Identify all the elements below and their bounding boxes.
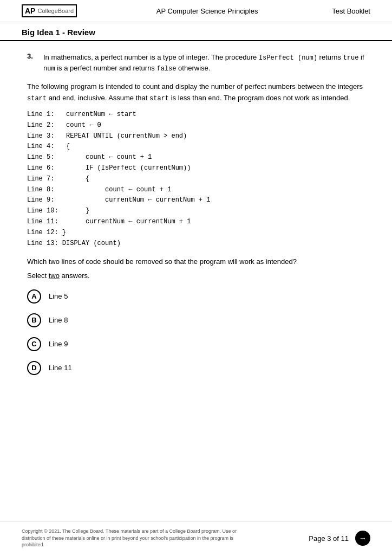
question-block: 3. In mathematics, a perfect number is a… xyxy=(27,52,365,74)
select-two-underline: two xyxy=(49,272,60,280)
choice-letter-d: D xyxy=(31,364,36,372)
main-content: 3. In mathematics, a perfect number is a… xyxy=(0,41,392,418)
false-keyword: false xyxy=(156,65,176,73)
choice-circle-b[interactable]: B xyxy=(27,313,41,327)
page-header: AP CollegeBoard AP Computer Science Prin… xyxy=(0,0,392,22)
program-description: The following program is intended to cou… xyxy=(27,81,365,104)
choice-letter-a: A xyxy=(31,292,36,300)
page-footer: Copyright © 2021. The College Board. The… xyxy=(0,521,392,555)
copyright-text: Copyright © 2021. The College Board. The… xyxy=(22,528,249,548)
true-keyword: true xyxy=(343,54,359,62)
start-keyword-2: start xyxy=(149,95,169,102)
choice-circle-d[interactable]: D xyxy=(27,361,41,375)
end-keyword-2: end xyxy=(208,95,220,102)
choice-label-b: Line 8 xyxy=(49,316,68,324)
cb-label: CollegeBoard xyxy=(37,8,74,14)
procedure-code: IsPerfect (num) xyxy=(259,54,317,62)
answer-choice-c[interactable]: C Line 9 xyxy=(27,337,365,351)
answer-choice-b[interactable]: B Line 8 xyxy=(27,313,365,327)
choice-label-d: Line 11 xyxy=(49,364,72,372)
next-arrow-icon: → xyxy=(359,534,367,543)
next-page-button[interactable]: → xyxy=(355,531,370,546)
ap-logo: AP CollegeBoard xyxy=(22,4,77,17)
choice-letter-c: C xyxy=(31,340,36,348)
question-number: 3. xyxy=(27,52,38,74)
header-right: Test Booklet xyxy=(332,7,370,15)
choice-label-c: Line 9 xyxy=(49,340,68,348)
start-keyword-1: start xyxy=(27,95,47,102)
choice-letter-b: B xyxy=(31,316,36,324)
header-title: AP Computer Science Principles xyxy=(82,7,332,15)
answer-choices: A Line 5 B Line 8 C Line 9 D Line 11 xyxy=(27,289,365,375)
choice-circle-a[interactable]: A xyxy=(27,289,41,304)
answer-choice-d[interactable]: D Line 11 xyxy=(27,361,365,375)
num-keyword: num xyxy=(43,65,55,73)
section-heading: Big Idea 1 - Review xyxy=(0,22,392,41)
end-keyword-1: end xyxy=(62,95,74,102)
select-instruction: Select two answers. xyxy=(27,272,365,280)
answer-choice-a[interactable]: A Line 5 xyxy=(27,289,365,304)
code-block: Line 1: currentNum ← start Line 2: count… xyxy=(27,109,365,249)
ap-label: AP xyxy=(25,7,35,15)
footer-page-nav: Page 3 of 11 → xyxy=(309,531,370,546)
choice-label-a: Line 5 xyxy=(49,292,68,300)
choice-circle-c[interactable]: C xyxy=(27,337,41,351)
page-indicator: Page 3 of 11 xyxy=(309,534,349,543)
question-intro-text: In mathematics, a perfect number is a ty… xyxy=(43,52,365,74)
question-prompt: Which two lines of code should be remove… xyxy=(27,256,365,267)
